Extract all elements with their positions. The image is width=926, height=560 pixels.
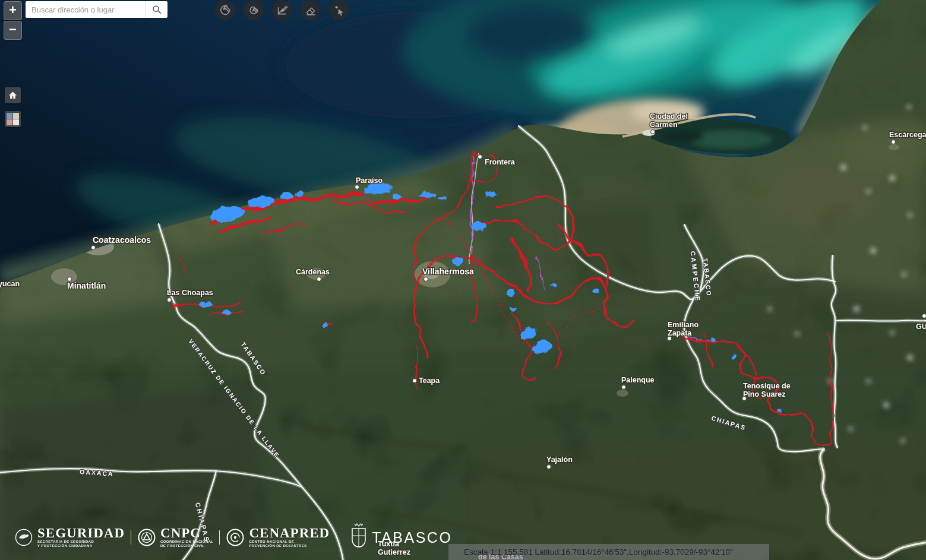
city-label-paraiso: Paraíso bbox=[356, 176, 383, 185]
tool-draw-freehand-polygon[interactable] bbox=[244, 0, 264, 20]
basemap-gallery-icon bbox=[7, 113, 19, 125]
city-label-coatzacoalcos: Coatzacoalcos bbox=[93, 236, 151, 245]
city-dot-frontera bbox=[478, 154, 482, 159]
city-label-palenque: Palenque bbox=[621, 376, 655, 384]
city-dot-las-choapas bbox=[167, 298, 172, 302]
seguridad-eagle-icon bbox=[14, 528, 33, 547]
city-label-tenosique: Tenosique dePino Suarez bbox=[743, 382, 791, 398]
tool-draw-polygon[interactable] bbox=[272, 0, 292, 20]
home-button[interactable] bbox=[5, 87, 21, 103]
basemap-tile bbox=[13, 113, 19, 119]
city-dot-villahermosa bbox=[424, 277, 428, 281]
search-box bbox=[26, 1, 167, 18]
search-icon bbox=[151, 4, 162, 15]
zoom-out-button[interactable]: − bbox=[4, 21, 22, 40]
city-dot-emiliano-zapata bbox=[667, 336, 672, 341]
tool-draw-freehand-line[interactable] bbox=[215, 0, 235, 20]
city-label-cardenas: Cárdenas bbox=[296, 268, 330, 276]
logo-tabasco: TABASCO bbox=[350, 521, 452, 553]
search-input[interactable] bbox=[26, 1, 145, 18]
zoom-in-button[interactable]: + bbox=[4, 1, 22, 20]
scale-coordinates-text: Escala 1:1,155,581 Latitud:16.7814/16°46… bbox=[464, 548, 733, 556]
draw-polygon-icon bbox=[276, 4, 289, 17]
city-label-ciudad-del-carmen: Ciudad delCarmen bbox=[650, 112, 688, 129]
tool-select[interactable] bbox=[329, 0, 349, 20]
city-label-frontera: Frontera bbox=[485, 158, 515, 166]
city-label-yajalon: Yajalón bbox=[546, 455, 573, 464]
city-label-teapa: Teapa bbox=[419, 377, 440, 385]
city-dot-palenque bbox=[621, 385, 626, 390]
map-viewer: CAMPECHE TABASCO TABASCO VERACRUZ DE IGN… bbox=[0, 0, 926, 560]
city-label-gu-partial: GU bbox=[916, 322, 926, 331]
home-icon bbox=[8, 90, 18, 100]
logo-divider bbox=[131, 530, 131, 545]
basemap-gallery-button[interactable] bbox=[5, 111, 21, 127]
logo-divider bbox=[219, 530, 220, 545]
basemap-tile bbox=[13, 119, 19, 125]
cnpc-emblem-icon bbox=[137, 528, 156, 547]
eraser-icon bbox=[305, 4, 317, 17]
scale-coordinates-bar: Escala 1:1,155,581 Latitud:16.7814/16°46… bbox=[448, 544, 769, 560]
search-button[interactable] bbox=[145, 1, 167, 18]
draw-freehand-line-icon bbox=[219, 4, 232, 17]
logo-cenapred: CENAPRED CENTRO NACIONAL DE PREVENCIÓN D… bbox=[226, 527, 330, 548]
logo-seguridad: SEGURIDAD SECRETARÍA DE SEGURIDAD Y PROT… bbox=[14, 527, 125, 548]
city-label-villahermosa: Villahermosa bbox=[422, 267, 474, 276]
select-cursor-icon bbox=[333, 4, 346, 17]
city-label-escarcega: Escárcega bbox=[889, 131, 926, 139]
cenapred-emblem-icon bbox=[226, 528, 245, 547]
city-dot-coatzacoalcos bbox=[91, 245, 96, 250]
tool-erase[interactable] bbox=[301, 0, 321, 20]
city-label-acayucan-partial: yucan bbox=[0, 280, 20, 288]
city-dot-yajalon bbox=[546, 464, 551, 469]
map-canvas[interactable] bbox=[0, 0, 926, 560]
city-label-emiliano-zapata: EmilianoZapata bbox=[668, 321, 699, 337]
city-dot-teapa bbox=[412, 378, 417, 383]
tabasco-shield-icon bbox=[350, 521, 368, 553]
basemap-tile bbox=[7, 113, 12, 119]
city-dot-ciudad-del-carmen bbox=[650, 129, 655, 134]
city-label-minatitlan: Minatitlán bbox=[67, 281, 106, 290]
city-dot-paraiso bbox=[355, 185, 359, 189]
city-dot-cardenas bbox=[317, 277, 321, 281]
basemap-tile bbox=[7, 119, 12, 125]
city-dot-escarcega bbox=[891, 140, 896, 144]
city-dot-tenosique bbox=[742, 396, 747, 401]
logo-cnpc: CNPC COORDINACIÓN NACIONAL DE PROTECCIÓN… bbox=[137, 527, 213, 548]
draw-freehand-polygon-icon bbox=[248, 4, 260, 17]
city-dot-gu bbox=[922, 314, 926, 318]
city-label-las-choapas: Las Choapas bbox=[167, 289, 213, 297]
city-dot-minatitlan bbox=[67, 277, 72, 281]
footer-logos: SEGURIDAD SECRETARÍA DE SEGURIDAD Y PROT… bbox=[14, 521, 452, 554]
